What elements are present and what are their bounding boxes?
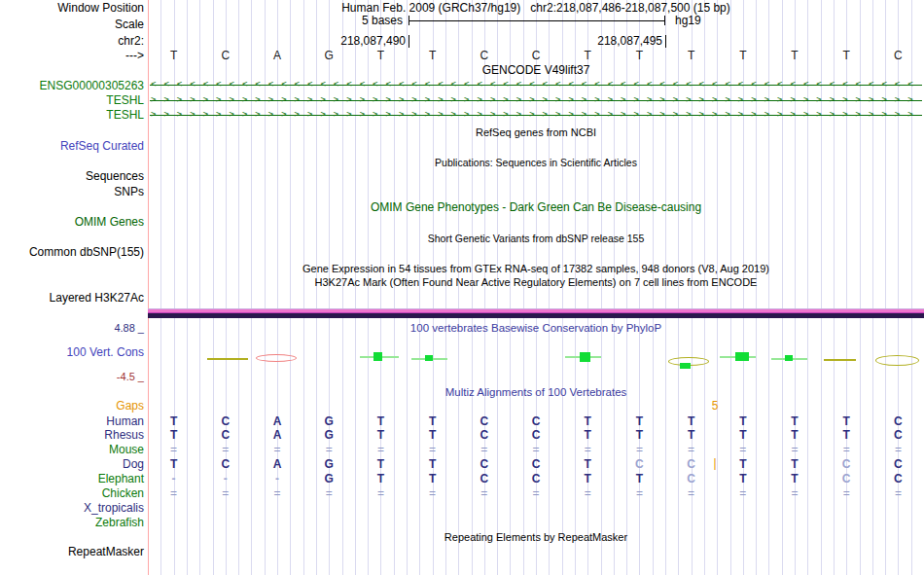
align-cell-mouse: = — [532, 443, 539, 456]
track-label-dog[interactable]: Dog — [123, 457, 144, 471]
cons-mark — [735, 352, 749, 361]
align-cell-chicken: = — [739, 486, 746, 500]
base-letter: T — [791, 49, 798, 62]
align-cell-human: C — [894, 414, 903, 428]
align-cell-chicken: = — [222, 486, 229, 500]
track-caption[interactable]: 100 vertebrates Basewise Conservation by… — [148, 322, 924, 335]
align-cell-dog: C — [635, 457, 644, 471]
align-cell-mouse: = — [843, 443, 850, 456]
track-label-refseq-curated[interactable]: RefSeq Curated — [60, 139, 144, 153]
align-cell-rhesus: C — [480, 428, 488, 442]
genome-browser-track-image[interactable]: Human Feb. 2009 (GRCh37/hg19) chr2:218,0… — [0, 0, 924, 575]
track-label-100-vert-cons[interactable]: 100 Vert. Cons — [67, 345, 144, 359]
align-cell-human: A — [273, 414, 282, 428]
track-caption[interactable]: H3K27Ac Mark (Often Found Near Active Re… — [148, 276, 924, 289]
track-caption[interactable]: GENCODE V49lift37 — [148, 64, 924, 77]
align-cell-rhesus: T — [170, 428, 177, 442]
track-label-mouse[interactable]: Mouse — [109, 443, 144, 456]
track-label-ensg00000305263[interactable]: ENSG00000305263 — [40, 79, 144, 92]
cons-mark — [680, 363, 691, 369]
track-label-x-tropicalis[interactable]: X_tropicalis — [84, 501, 144, 515]
align-cell-mouse: = — [480, 443, 487, 456]
align-cell-rhesus: C — [894, 428, 903, 442]
align-cell-mouse: = — [273, 443, 280, 456]
track-caption[interactable]: Multiz Alignments of 100 Vertebrates — [148, 386, 924, 399]
track-label-chr2-[interactable]: chr2: — [118, 34, 144, 48]
align-cell-human: G — [325, 414, 334, 428]
cons-mark — [580, 352, 590, 362]
track-caption[interactable]: Publications: Sequences in Scientific Ar… — [148, 157, 924, 169]
coordinate-tick-left — [409, 35, 409, 48]
align-cell-rhesus: G — [325, 428, 334, 442]
track-caption[interactable]: Repeating Elements by RepeatMasker — [148, 531, 924, 544]
base-letter: T — [585, 49, 591, 62]
align-cell-mouse: = — [429, 443, 436, 456]
align-cell-human: T — [170, 414, 177, 428]
track-label-repeatmasker[interactable]: RepeatMasker — [68, 545, 144, 558]
track-label--4-5-[interactable]: -4.5 _ — [117, 370, 144, 383]
align-cell-mouse: = — [170, 443, 177, 456]
track-label-sequences[interactable]: Sequences — [86, 169, 144, 183]
track-label-teshl[interactable]: TESHL — [106, 108, 144, 122]
align-cell-elephant: C — [894, 472, 903, 485]
track-label-gaps[interactable]: Gaps — [116, 399, 144, 413]
align-cell-chicken: = — [843, 486, 850, 500]
align-cell-human: T — [585, 414, 591, 428]
base-letter: T — [170, 49, 177, 62]
track-label-4-88-[interactable]: 4.88 _ — [114, 321, 144, 335]
align-cell-elephant: T — [739, 472, 746, 485]
track-label-window-position[interactable]: Window Position — [57, 1, 144, 15]
align-cell-mouse: = — [585, 443, 591, 456]
track-label-zebrafish[interactable]: Zebrafish — [95, 516, 144, 529]
align-cell-chicken: = — [791, 486, 798, 500]
align-cell-dog: T — [170, 457, 177, 471]
h3k27ac-signal-bar[interactable] — [148, 308, 924, 318]
align-cell-chicken: = — [326, 486, 333, 500]
track-caption[interactable]: Gene Expression in 54 tissues from GTEx … — [148, 263, 924, 275]
align-cell-dog: C — [687, 457, 695, 471]
align-cell-dog: T — [429, 457, 436, 471]
track-caption[interactable]: Short Genetic Variants from dbSNP releas… — [148, 233, 924, 245]
base-letter: C — [532, 49, 541, 62]
cons-mark — [785, 355, 793, 361]
align-cell-human: T — [739, 414, 746, 428]
track-label-snps[interactable]: SNPs — [114, 185, 144, 198]
cons-mark — [425, 355, 433, 361]
track-label--[interactable]: ---> — [125, 49, 144, 62]
align-cell-chicken: = — [480, 486, 487, 500]
track-label-elephant[interactable]: Elephant — [98, 472, 144, 485]
align-cell-rhesus: A — [273, 428, 282, 442]
align-cell-elephant: T — [585, 472, 591, 485]
align-cell-chicken: = — [636, 486, 643, 500]
track-label-layered-h3k27ac[interactable]: Layered H3K27Ac — [50, 291, 144, 305]
track-label-common-dbsnp-155-[interactable]: Common dbSNP(155) — [29, 245, 144, 259]
scale-ruler-tick-left — [409, 16, 409, 25]
track-caption[interactable]: RefSeq genes from NCBI — [148, 126, 924, 139]
track-label-chicken[interactable]: Chicken — [102, 486, 144, 500]
gene-strand-arrows: >>>>>>>>>>>>>>>>>>>>>>>>>>>>>>>>>>>>>>>>… — [151, 94, 921, 104]
track-label-scale[interactable]: Scale — [115, 18, 144, 31]
base-letter: T — [739, 49, 746, 62]
align-cell-dog: C — [480, 457, 488, 471]
base-letter: A — [273, 49, 281, 62]
align-cell-dog: C — [221, 457, 230, 471]
align-cell-dog: T — [791, 457, 798, 471]
align-cell-rhesus: C — [221, 428, 230, 442]
track-label-rhesus[interactable]: Rhesus — [104, 428, 144, 442]
align-cell-rhesus: T — [688, 428, 694, 442]
align-cell-elephant: - — [275, 472, 279, 485]
base-letter: T — [636, 49, 643, 62]
align-cell-chicken: = — [532, 486, 539, 500]
align-cell-dog: G — [325, 457, 334, 471]
track-label-omim-genes[interactable]: OMIM Genes — [75, 215, 144, 229]
base-letter: T — [843, 49, 850, 62]
align-cell-human: C — [532, 414, 541, 428]
track-label-teshl[interactable]: TESHL — [106, 93, 144, 107]
track-caption[interactable]: OMIM Gene Phenotypes - Dark Green Can Be… — [148, 201, 924, 214]
align-cell-mouse: = — [636, 443, 643, 456]
track-label-human[interactable]: Human — [106, 414, 144, 428]
base-letter: T — [688, 49, 694, 62]
insert-marker: | — [713, 456, 716, 470]
align-cell-rhesus: T — [636, 428, 643, 442]
align-cell-dog: A — [273, 457, 282, 471]
